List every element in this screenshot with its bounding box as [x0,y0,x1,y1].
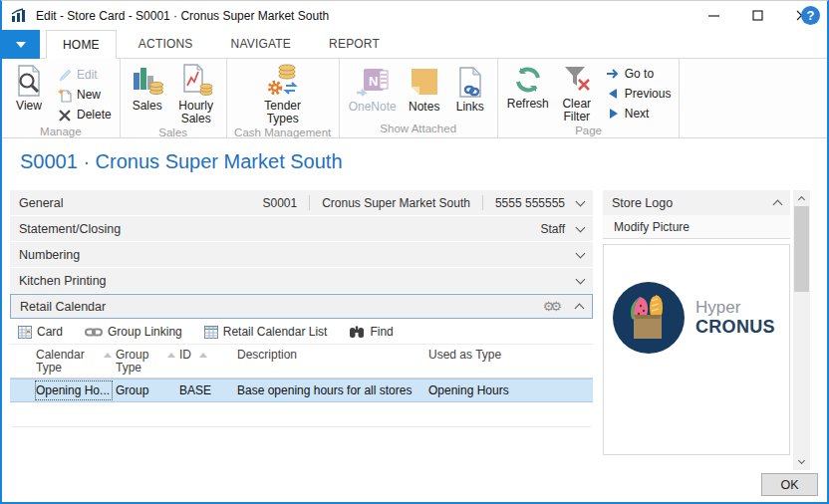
find-binoculars-icon [349,326,365,339]
next-button[interactable]: Next [602,104,676,124]
sort-ascending-icon [104,353,112,358]
ok-button[interactable]: OK [761,473,818,496]
minimize-button[interactable] [691,1,735,30]
cell-id[interactable]: BASE [177,379,235,401]
view-button[interactable]: View [6,61,52,113]
go-to-button[interactable]: Go to [602,64,676,84]
group-linking-action-label: Group Linking [108,325,182,339]
fasttab-statement-closing[interactable]: Statement/Closing Staff [10,216,593,241]
ribbon: View Edit New [2,59,827,138]
fasttab-kitchen-printing[interactable]: Kitchen Printing [10,268,593,293]
card-action[interactable]: Card [18,325,63,339]
chevron-down-icon[interactable] [576,248,586,258]
settings-gears-icon[interactable]: ⚙⚙ [543,299,558,314]
store-logo-header[interactable]: Store Logo [603,190,790,215]
column-header-calendar-type[interactable]: Calendar Type [34,345,114,378]
ok-button-label: OK [780,478,798,492]
refresh-icon [512,64,544,96]
general-label: General [19,196,63,210]
application-menu-button[interactable] [2,30,40,59]
notes-icon [410,67,439,99]
statement-closing-label: Statement/Closing [19,222,121,236]
tab-report[interactable]: REPORT [313,30,396,58]
cell-description[interactable]: Base opening hours for all stores [235,379,426,401]
delete-label: Delete [77,108,112,122]
view-icon [13,64,45,98]
onenote-icon: N [356,67,390,99]
card-action-label: Card [37,325,63,339]
cell-calendar-type[interactable]: Opening Ho... [34,379,114,401]
tab-report-label: REPORT [329,37,380,51]
modify-picture-action[interactable]: Modify Picture [603,215,790,239]
go-to-label: Go to [625,67,654,81]
link-chain-icon [85,327,103,338]
numbering-label: Numbering [19,248,80,262]
next-label: Next [625,107,650,121]
titlebar: Edit - Store Card - S0001 · Cronus Super… [2,1,827,30]
general-summary-phone: 5555 555555 [495,196,565,210]
tab-home[interactable]: HOME [46,30,117,59]
page-title: S0001 · Cronus Super Market South [20,150,343,173]
cell-group-type[interactable]: Group [114,379,177,401]
column-header-id[interactable]: ID [177,345,235,378]
logo-hyper-text: Hyper [695,298,775,317]
tender-types-label: Tender Types [260,100,306,126]
sales-group-label: Sales [125,126,222,139]
id-header-label: ID [179,349,191,362]
refresh-button[interactable]: Refresh [502,61,554,111]
fasttab-general[interactable]: General S0001 Cronus Super Market South … [10,190,593,215]
fasttab-retail-calendar[interactable]: Retail Calendar ⚙⚙ [10,294,593,319]
chevron-down-icon[interactable] [576,222,586,232]
scroll-down-icon[interactable] [793,455,810,470]
new-button[interactable]: New [54,85,116,105]
tab-navigate[interactable]: NAVIGATE [215,30,308,58]
retail-calendar-list-action[interactable]: Retail Calendar List [204,325,328,339]
retail-calendar-table: Calendar Type Group Type ID Description … [10,345,593,427]
links-button[interactable]: Links [447,61,493,114]
ribbon-group-show-attached: N OneNote Notes [340,59,498,137]
find-action[interactable]: Find [349,325,393,339]
calendar-type-header-label: Calendar Type [36,349,96,375]
card-grid-icon [18,325,32,339]
scrollbar-thumb[interactable] [794,206,809,292]
kitchen-printing-label: Kitchen Printing [19,274,107,288]
column-header-group-type[interactable]: Group Type [114,345,177,378]
tab-home-label: HOME [63,38,100,52]
chevron-up-icon[interactable] [575,304,585,314]
fasttab-numbering[interactable]: Numbering [10,242,593,267]
retail-calendar-label: Retail Calendar [20,300,106,314]
previous-button[interactable]: Previous [602,84,676,104]
svg-text:N: N [369,74,378,89]
chevron-down-icon[interactable] [576,196,586,206]
notes-button[interactable]: Notes [402,61,447,114]
edit-button: Edit [54,65,116,85]
chevron-down-icon[interactable] [576,274,586,284]
vertical-scrollbar[interactable] [793,190,810,470]
sales-button[interactable]: Sales [125,61,170,113]
store-logo-picture[interactable]: Hyper CRONUS [603,244,790,455]
tender-types-button[interactable]: Tender Types [255,61,311,126]
cell-used-as-type[interactable]: Opening Hours [426,379,593,401]
table-row[interactable]: Opening Ho... Group BASE Base opening ho… [10,378,593,402]
delete-button[interactable]: Delete [54,105,116,125]
group-type-header-label: Group Type [116,349,159,375]
group-linking-action[interactable]: Group Linking [85,325,182,339]
tab-actions[interactable]: ACTIONS [123,30,209,58]
column-header-used-as-type[interactable]: Used as Type [426,345,593,378]
chevron-up-icon[interactable] [773,200,783,210]
window-title: Edit - Store Card - S0001 · Cronus Super… [36,9,329,23]
delete-x-icon [58,108,73,123]
onenote-button: N OneNote [344,61,402,114]
links-icon [456,67,484,99]
hourly-sales-button[interactable]: Hourly Sales [170,61,222,126]
column-header-description[interactable]: Description [235,345,426,378]
modify-picture-label: Modify Picture [614,220,690,234]
clear-filter-button[interactable]: Clear Filter [554,61,600,124]
maximize-button[interactable] [735,1,779,30]
hourly-sales-icon [179,64,213,98]
cronus-logo: Hyper CRONUS [612,281,775,355]
scroll-up-icon[interactable] [793,190,810,205]
links-label: Links [456,101,484,114]
help-icon[interactable]: ? [801,6,820,25]
statement-summary-staff: Staff [541,222,565,236]
